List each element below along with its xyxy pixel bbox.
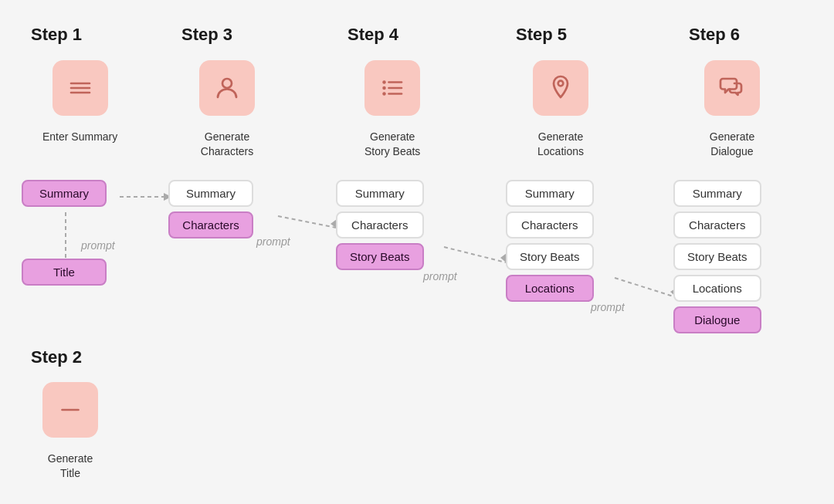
svg-point-14 [222, 79, 232, 88]
prompt-label-4: prompt [423, 270, 457, 282]
step4-desc: GenerateStory Beats [364, 130, 420, 159]
svg-point-18 [382, 80, 386, 84]
prompt-label-1: prompt [81, 239, 115, 252]
step2-label: Step 2 [31, 347, 82, 367]
step3-desc: GenerateCharacters [201, 130, 253, 159]
diagram: Step 1 Enter Summary Step 2 GenerateTitl… [0, 0, 834, 504]
pill-summary-4: Summary [336, 180, 424, 207]
location-icon [547, 74, 575, 102]
pill-summary-3: Summary [168, 180, 253, 207]
pill-group-5: Summary Characters Story Beats Locations [506, 180, 594, 302]
list-icon [66, 74, 94, 102]
pill-storybeats-4: Story Beats [336, 243, 424, 270]
person-icon [213, 74, 241, 102]
step2-desc: GenerateTitle [48, 452, 93, 481]
svg-line-8 [615, 278, 676, 297]
pill-group-6: Summary Characters Story Beats Locations… [673, 180, 761, 333]
minus-icon [56, 396, 84, 424]
step1-icon-wrap: Enter Summary [42, 60, 117, 158]
step4-icon-wrap: GenerateStory Beats [364, 60, 420, 173]
pill-group-4: Summary Characters Story Beats [336, 180, 424, 270]
pill-characters-3: Characters [168, 211, 253, 238]
pill-locations-6: Locations [673, 275, 761, 302]
pill-group-3: Summary Characters [168, 180, 253, 238]
pill-summary-5: Summary [506, 180, 594, 207]
step6-label: Step 6 [689, 25, 740, 45]
svg-point-20 [382, 92, 386, 96]
pill-characters-6: Characters [673, 211, 761, 238]
step5-label: Step 5 [516, 25, 567, 45]
step1-label: Step 1 [31, 25, 82, 45]
pill-storybeats-6: Story Beats [673, 243, 761, 270]
step5-icon-box [533, 60, 588, 116]
list-detail-icon [378, 74, 406, 102]
prompt-label-3: prompt [256, 235, 290, 248]
step1-desc: Enter Summary [42, 130, 117, 144]
step6-icon-box [704, 60, 760, 116]
step1-icon-box [53, 60, 108, 116]
prompt-label-5: prompt [591, 301, 625, 313]
step3-icon-box [199, 60, 255, 116]
step5-icon-wrap: GenerateLocations [533, 60, 588, 173]
pill-storybeats-5: Story Beats [506, 243, 594, 270]
pill-summary-6: Summary [673, 180, 761, 207]
step4-icon-box [364, 60, 420, 116]
chat-icon [718, 74, 746, 102]
step3-label: Step 3 [181, 25, 232, 45]
pill-locations-5: Locations [506, 275, 594, 302]
svg-point-19 [382, 86, 386, 90]
step6-icon-wrap: GenerateDialogue [704, 60, 760, 173]
step2-icon-box [42, 382, 98, 438]
pill-group-1: Summary Title [22, 180, 107, 286]
pill-summary-1: Summary [22, 180, 107, 207]
pill-title-1: Title [22, 259, 107, 286]
svg-line-6 [444, 247, 506, 262]
pill-characters-4: Characters [336, 211, 424, 238]
step6-desc: GenerateDialogue [710, 130, 754, 159]
svg-point-21 [558, 81, 564, 86]
pill-characters-5: Characters [506, 211, 594, 238]
step2-icon-wrap: GenerateTitle [42, 382, 98, 495]
step5-desc: GenerateLocations [537, 130, 584, 159]
step3-icon-wrap: GenerateCharacters [199, 60, 255, 173]
pill-dialogue-6: Dialogue [673, 306, 761, 333]
svg-line-4 [278, 216, 336, 228]
step4-label: Step 4 [348, 25, 398, 45]
